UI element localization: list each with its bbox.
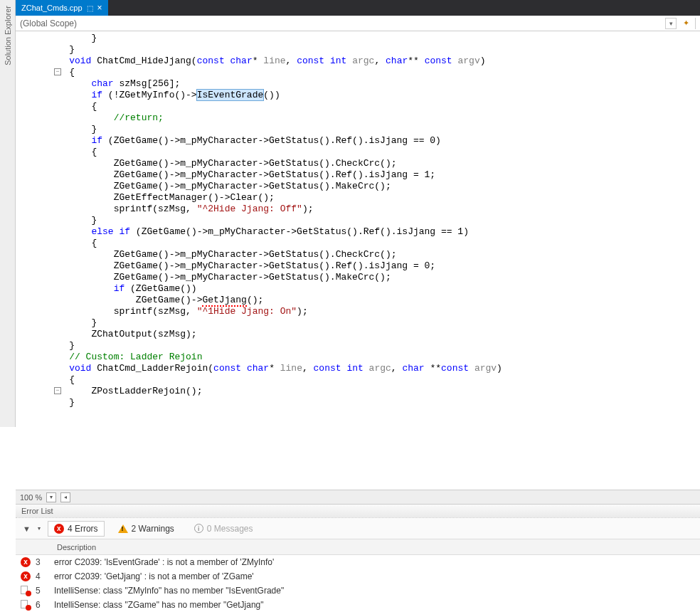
code-editor[interactable]: } }− void ChatCmd_HideJjang(const char* … bbox=[16, 31, 700, 490]
code-line[interactable]: { bbox=[47, 238, 700, 249]
error-row-number: 5 bbox=[36, 586, 51, 596]
code-line[interactable]: ZGetEffectManager()->Clear(); bbox=[47, 192, 700, 204]
fold-toggle-icon[interactable]: − bbox=[54, 68, 61, 75]
code-line[interactable]: ZGetGame()->m_pMyCharacter->GetStatus().… bbox=[47, 158, 700, 169]
code-line[interactable]: //return; bbox=[47, 112, 700, 124]
error-list-table: Description x3error C2039: 'IsEventGrade… bbox=[16, 539, 700, 612]
navigation-bar: (Global Scope) ▾ ✦ bbox=[16, 16, 700, 31]
fold-toggle-icon[interactable]: − bbox=[54, 387, 61, 394]
intellisense-error-icon bbox=[21, 586, 31, 596]
document-tabs: ZChat_Cmds.cpp ⬚ × bbox=[16, 0, 700, 16]
code-line[interactable]: { bbox=[47, 101, 700, 112]
code-line[interactable]: } bbox=[47, 33, 700, 44]
code-line[interactable]: ZGetGame()->m_pMyCharacter->GetStatus().… bbox=[47, 181, 700, 192]
error-row-number: 4 bbox=[36, 571, 51, 581]
error-row-description: error C2039: 'GetJjang' : is not a membe… bbox=[51, 571, 700, 581]
error-row[interactable]: 5IntelliSense: class "ZMyInfo" has no me… bbox=[16, 584, 700, 598]
code-line[interactable]: { bbox=[47, 67, 700, 78]
code-line[interactable]: ZGetGame()->m_pMyCharacter->GetStatus().… bbox=[47, 249, 700, 260]
error-row-description: IntelliSense: class "ZMyInfo" has no mem… bbox=[51, 586, 700, 596]
code-line[interactable]: if (ZGetGame()->m_pMyCharacter->GetStatu… bbox=[47, 135, 700, 147]
code-line[interactable]: } bbox=[47, 397, 700, 408]
code-line[interactable]: } bbox=[47, 340, 700, 352]
code-line[interactable]: ZGetGame()->GetJjang(); bbox=[47, 295, 700, 306]
code-line[interactable]: ZChatOutput(szMsg); bbox=[47, 329, 700, 340]
warning-icon bbox=[118, 524, 128, 533]
code-line[interactable]: void ChatCmd_LadderRejoin(const char* li… bbox=[47, 363, 700, 374]
code-line[interactable]: sprintf(szMsg, "^2Hide Jjang: Off"); bbox=[47, 204, 700, 215]
code-line[interactable]: } bbox=[47, 215, 700, 226]
message-icon: i bbox=[194, 524, 203, 533]
error-row-description: IntelliSense: class "ZGame" has no membe… bbox=[51, 600, 700, 610]
zoom-level: 100 % bbox=[20, 493, 42, 502]
error-row-description: error C2039: 'IsEventGrade' : is not a m… bbox=[51, 557, 700, 567]
zoom-dropdown-icon[interactable]: ▾ bbox=[46, 492, 56, 502]
code-line[interactable]: { bbox=[47, 147, 700, 158]
error-list-panel-title[interactable]: Error List bbox=[16, 504, 700, 518]
code-line[interactable]: } bbox=[47, 124, 700, 135]
errors-filter-button[interactable]: x 4 Errors bbox=[48, 521, 105, 537]
code-line[interactable]: } bbox=[47, 317, 700, 329]
code-line[interactable]: ZGetGame()->m_pMyCharacter->GetStatus().… bbox=[47, 169, 700, 181]
code-line[interactable]: sprintf(szMsg, "^1Hide Jjang: On"); bbox=[47, 306, 700, 317]
hscroll-left-icon[interactable]: ◂ bbox=[60, 492, 70, 502]
solution-explorer-collapsed-tab[interactable]: Solution Explorer bbox=[0, 0, 16, 427]
tab-filename: ZChat_Cmds.cpp bbox=[21, 4, 83, 12]
code-line[interactable]: void ChatCmd_HideJjang(const char* line,… bbox=[47, 56, 700, 67]
code-line[interactable]: ZGetGame()->m_pMyCharacter->GetStatus().… bbox=[47, 260, 700, 272]
error-icon: x bbox=[21, 571, 31, 581]
member-dropdown-arrow-icon[interactable]: ▾ bbox=[665, 18, 677, 29]
navigate-icon[interactable]: ✦ bbox=[681, 19, 691, 28]
description-column-header[interactable]: Description bbox=[51, 543, 102, 552]
error-icon: x bbox=[21, 557, 31, 567]
warnings-filter-button[interactable]: 2 Warnings bbox=[112, 521, 181, 537]
main-area: ZChat_Cmds.cpp ⬚ × (Global Scope) ▾ ✦ } … bbox=[16, 0, 700, 612]
error-icon: x bbox=[54, 524, 64, 534]
error-row[interactable]: x3error C2039: 'IsEventGrade' : is not a… bbox=[16, 555, 700, 569]
code-line[interactable]: else if (ZGetGame()->m_pMyCharacter->Get… bbox=[47, 226, 700, 238]
error-list-header[interactable]: Description bbox=[16, 539, 700, 555]
tab-zchat-cmds[interactable]: ZChat_Cmds.cpp ⬚ × bbox=[16, 0, 108, 16]
filter-dropdown-icon[interactable]: ▾ bbox=[38, 525, 41, 532]
code-line[interactable]: char szMsg[256]; bbox=[47, 78, 700, 90]
code-line[interactable]: ZPostLadderRejoin(); bbox=[47, 386, 700, 397]
editor-statusbar: 100 % ▾ ◂ bbox=[16, 490, 700, 504]
intellisense-error-icon bbox=[21, 600, 31, 610]
error-row[interactable]: x4error C2039: 'GetJjang' : is not a mem… bbox=[16, 569, 700, 584]
close-icon[interactable]: × bbox=[97, 3, 102, 13]
code-line[interactable]: } bbox=[47, 44, 700, 56]
error-row-number: 3 bbox=[36, 557, 51, 567]
error-row-number: 6 bbox=[36, 600, 51, 610]
solution-explorer-label: Solution Explorer bbox=[4, 6, 12, 65]
messages-filter-button[interactable]: i 0 Messages bbox=[188, 521, 260, 537]
filter-icon[interactable]: ▼ bbox=[23, 524, 31, 533]
scope-dropdown[interactable]: (Global Scope) bbox=[20, 19, 340, 28]
code-line[interactable]: // Custom: Ladder Rejoin bbox=[47, 352, 700, 363]
code-line[interactable]: if (ZGetGame()) bbox=[47, 283, 700, 295]
code-line[interactable]: { bbox=[47, 374, 700, 386]
code-line[interactable]: ZGetGame()->m_pMyCharacter->GetStatus().… bbox=[47, 272, 700, 283]
pin-icon[interactable]: ⬚ bbox=[87, 4, 93, 12]
code-line[interactable]: if (!ZGetMyInfo()->IsEventGrade()) bbox=[47, 90, 700, 101]
error-row[interactable]: 6IntelliSense: class "ZGame" has no memb… bbox=[16, 598, 700, 612]
error-list-toolbar: ▼ ▾ x 4 Errors 2 Warnings i 0 Messages bbox=[16, 518, 700, 539]
